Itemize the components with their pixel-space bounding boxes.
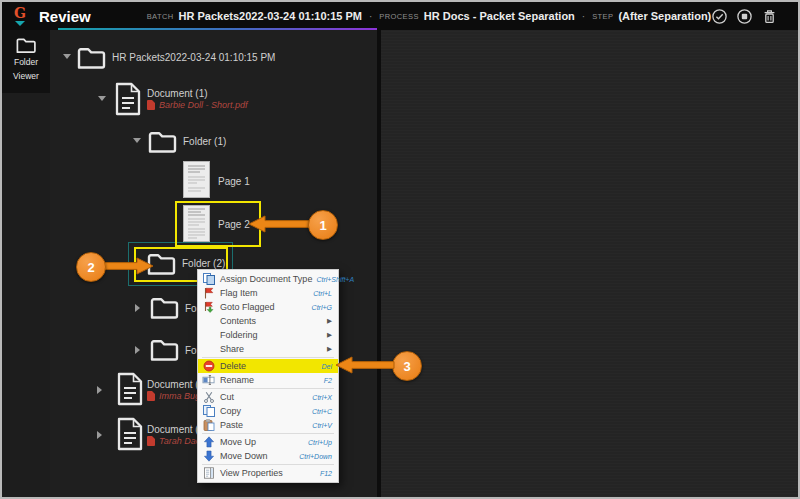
pdf-icon	[147, 100, 155, 110]
separator-dot: ·	[369, 11, 372, 22]
callout-2: 2	[76, 252, 106, 282]
pdf-icon	[147, 391, 155, 401]
process-label: PROCESS	[379, 12, 418, 21]
context-menu: Assign Document Type Ctrl+Shift+A Flag I…	[197, 269, 339, 483]
app-logo: G	[14, 6, 26, 26]
review-app-window: G Review BATCH HR Packets2022-03-24 01:1…	[0, 0, 800, 499]
flag-icon	[202, 287, 215, 299]
folder-icon	[16, 37, 37, 54]
menu-separator	[202, 357, 334, 358]
delete-icon	[202, 360, 215, 372]
batch-value: HR Packets2022-03-24 01:10:15 PM	[179, 10, 362, 22]
submenu-arrow-icon: ▶	[327, 331, 332, 339]
menu-item-move-up[interactable]: Move Up Ctrl+Up	[198, 435, 338, 449]
menu-separator	[202, 464, 334, 465]
callout-1-number: 1	[319, 218, 326, 233]
batch-process-step-bar: BATCH HR Packets2022-03-24 01:10:15 PM ·…	[147, 10, 712, 22]
app-title: Review	[39, 8, 91, 25]
page-thumbnail[interactable]	[183, 161, 210, 198]
callout-arrow-1	[248, 214, 310, 234]
callout-2-number: 2	[87, 260, 94, 275]
tree-item-label[interactable]: Folder (2)	[182, 258, 225, 269]
expander-root-icon[interactable]	[63, 54, 71, 59]
menu-item-copy[interactable]: Copy Ctrl+C	[198, 404, 338, 418]
folder-icon[interactable]	[77, 46, 107, 70]
callout-3: 3	[392, 351, 422, 381]
menu-item-flag-item[interactable]: Flag Item Ctrl+L	[198, 286, 338, 300]
assign-document-type-icon	[202, 273, 215, 285]
menu-item-foldering[interactable]: Foldering ▶	[198, 328, 338, 342]
sidebar-item-folder-viewer[interactable]: Folder Viewer	[2, 30, 50, 93]
logo-g-glyph: G	[14, 6, 26, 20]
sidebar-item-label-line2: Viewer	[13, 71, 39, 82]
document-icon[interactable]	[115, 417, 145, 451]
folder-icon[interactable]	[150, 338, 180, 362]
callout-arrow-2	[102, 256, 154, 276]
step-value: (After Separation)	[618, 10, 711, 22]
left-sidebar: Folder Viewer	[2, 30, 50, 497]
top-bar-actions: ?	[711, 8, 800, 25]
folder-icon[interactable]	[148, 130, 178, 154]
document-icon[interactable]	[113, 82, 143, 116]
paste-icon	[202, 419, 215, 431]
menu-item-move-down[interactable]: Move Down Ctrl+Down	[198, 449, 338, 463]
complete-check-icon[interactable]	[711, 8, 728, 25]
tree-root-label[interactable]: HR Packets2022-03-24 01:10:15 PM	[112, 52, 275, 63]
menu-item-delete[interactable]: Delete Del	[198, 359, 338, 373]
file-name: Barbie Doll - Short.pdf	[159, 100, 248, 110]
move-down-icon	[202, 450, 215, 462]
cut-icon	[202, 391, 215, 403]
menu-item-goto-flagged[interactable]: Goto Flagged Ctrl+G	[198, 300, 338, 314]
expander-folder-1-icon[interactable]	[133, 138, 141, 143]
logo-chevron-icon	[15, 21, 25, 26]
tree-item-label[interactable]: Page 2	[218, 219, 250, 230]
process-value: HR Docs - Packet Separation	[424, 10, 575, 22]
viewer-panel	[381, 30, 798, 497]
menu-item-cut[interactable]: Cut Ctrl+X	[198, 390, 338, 404]
expander-folder-4-icon[interactable]	[135, 346, 140, 354]
step-label: STEP	[592, 12, 613, 21]
folder-icon[interactable]	[150, 296, 180, 320]
panel-divider[interactable]	[377, 30, 381, 497]
callout-1: 1	[308, 210, 338, 240]
menu-item-assign-document-type[interactable]: Assign Document Type Ctrl+Shift+A	[198, 272, 338, 286]
tree-item-file[interactable]: Barbie Doll - Short.pdf	[147, 100, 248, 110]
view-properties-icon	[202, 467, 215, 479]
no-icon	[202, 329, 215, 341]
submenu-arrow-icon: ▶	[327, 317, 332, 325]
tree-item-label[interactable]: Folder (1)	[183, 136, 226, 147]
goto-flagged-icon	[202, 301, 215, 313]
menu-item-contents[interactable]: Contents ▶	[198, 314, 338, 328]
tree-item-label[interactable]: Document (1)	[147, 88, 208, 99]
separator-dot: ·	[582, 11, 585, 22]
expander-folder-3-icon[interactable]	[135, 304, 140, 312]
menu-item-paste[interactable]: Paste Ctrl+V	[198, 418, 338, 432]
callout-arrow-3	[335, 355, 395, 375]
trash-icon[interactable]	[761, 8, 778, 25]
copy-icon	[202, 405, 215, 417]
tree-item-label[interactable]: Page 1	[218, 176, 250, 187]
pdf-icon	[147, 436, 155, 446]
submenu-arrow-icon: ▶	[327, 345, 332, 353]
menu-item-share[interactable]: Share ▶	[198, 342, 338, 356]
menu-item-view-properties[interactable]: View Properties F12	[198, 466, 338, 480]
menu-separator	[202, 388, 334, 389]
batch-label: BATCH	[147, 12, 174, 21]
stop-icon[interactable]	[736, 8, 753, 25]
move-up-icon	[202, 436, 215, 448]
accent-gradient-line	[58, 28, 377, 30]
expander-document-2-icon[interactable]	[97, 386, 102, 394]
sidebar-item-label-line1: Folder	[14, 57, 38, 68]
document-icon[interactable]	[115, 372, 145, 406]
no-icon	[202, 315, 215, 327]
top-bar: G Review BATCH HR Packets2022-03-24 01:1…	[2, 2, 798, 30]
expander-document-1-icon[interactable]	[98, 96, 106, 101]
expander-document-3-icon[interactable]	[97, 431, 102, 439]
no-icon	[202, 343, 215, 355]
callout-3-number: 3	[403, 359, 410, 374]
menu-item-rename[interactable]: Rename F2	[198, 373, 338, 387]
menu-separator	[202, 433, 334, 434]
rename-icon	[202, 374, 215, 386]
page-thumbnail[interactable]	[183, 205, 210, 242]
